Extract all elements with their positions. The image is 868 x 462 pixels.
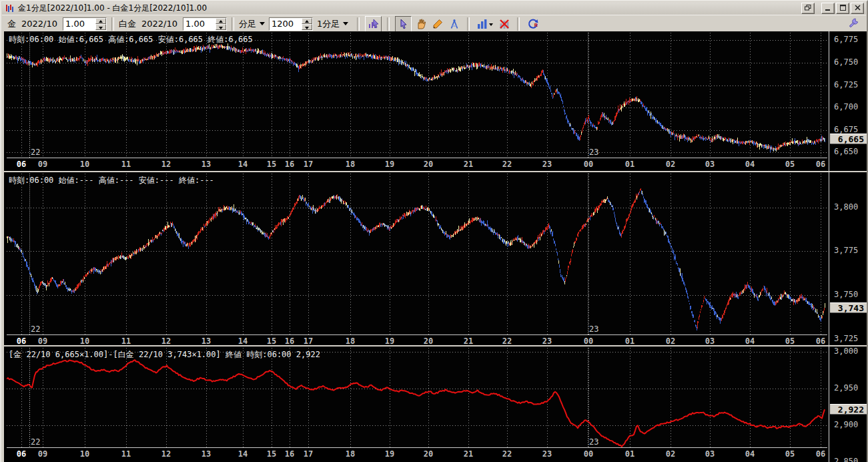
price-tick-label: 2,900	[829, 420, 868, 431]
svg-text:R: R	[534, 23, 538, 28]
time-tick-label: 20	[420, 449, 437, 459]
reload-icon: R	[527, 18, 539, 30]
price-tick-label: 3,775	[829, 246, 868, 256]
chart-type-icon	[476, 18, 494, 30]
bar-count-input[interactable]	[270, 18, 302, 30]
time-tick-label: 10	[76, 449, 93, 459]
platinum-ratio-input[interactable]	[183, 18, 215, 30]
time-tick-label: 11	[117, 336, 135, 345]
time-tick-label: 06	[812, 160, 829, 169]
time-tick-label: 12	[157, 449, 175, 459]
toolbar: 金 2022/10 白金 2022/10 分足 1分足	[2, 15, 866, 32]
platinum-ratio-up-button[interactable]	[215, 18, 226, 24]
date-label: 22	[31, 148, 40, 157]
platinum-ratio-down-button[interactable]	[215, 24, 226, 30]
close-button[interactable]	[851, 3, 864, 14]
chart-client-area: 時刻:06:00 始値:6,665 高値:6,665 安値:6,665 終値:6…	[3, 31, 868, 462]
spread-plot-area[interactable]: [金 22/10 6,665×1.00]-[白金 22/10 3,743×1.0…	[7, 348, 827, 448]
date-label: 22	[31, 324, 40, 334]
time-tick-label: 03	[701, 160, 719, 169]
time-tick-label: 15	[263, 336, 280, 345]
platinum-time-axis: 0609101112131415161718192021222300010203…	[7, 335, 829, 345]
time-tick-label: 23	[538, 336, 556, 345]
gold-ratio-up-button[interactable]	[95, 18, 106, 24]
pan-hand-button[interactable]	[413, 17, 428, 31]
gold-plot-area[interactable]: 時刻:06:00 始値:6,665 高値:6,665 安値:6,665 終値:6…	[7, 33, 827, 158]
restore-icon	[805, 5, 811, 11]
spread-chart-panel: [金 22/10 6,665×1.00]-[白金 22/10 3,743×1.0…	[4, 346, 868, 462]
time-tick-label: 10	[76, 336, 93, 345]
bar-count-down-button[interactable]	[302, 24, 312, 30]
price-tick-label: 2,950	[829, 383, 868, 394]
time-tick-label: 13	[197, 160, 215, 169]
minute-type-dropdown[interactable]: 分足	[239, 18, 265, 30]
title-bar[interactable]: 金1分足[2022/10]1.00 - 白金1分足[2022/10]1.00	[2, 2, 866, 15]
time-tick-label: 01	[621, 336, 638, 345]
period-label: 1分足	[317, 18, 340, 30]
time-tick-label: 00	[580, 449, 597, 459]
time-tick-label: 12	[157, 160, 175, 169]
period-dropdown[interactable]: 1分足	[317, 18, 348, 30]
platinum-plot-area[interactable]: 時刻:06:00 始値:--- 高値:--- 安値:--- 終値:--- 222…	[7, 174, 827, 335]
toolbar-separator	[517, 17, 520, 31]
bar-count-up-button[interactable]	[302, 18, 312, 24]
settings-wrench-button[interactable]	[847, 17, 861, 31]
time-tick-label: 09	[34, 160, 51, 169]
time-tick-label: 18	[342, 449, 359, 459]
time-tick-label: 01	[621, 449, 638, 459]
platinum-contract-month: 2022/10	[141, 19, 177, 29]
time-tick-label: 02	[662, 336, 679, 345]
platinum-label: 白金	[119, 18, 136, 30]
time-tick-label: 20	[420, 160, 437, 169]
date-label: 23	[589, 324, 598, 334]
time-tick-label: 11	[117, 449, 135, 459]
platinum-chart-panel: 時刻:06:00 始値:--- 高値:--- 安値:--- 終値:--- 222…	[4, 172, 868, 345]
time-tick-label: 22	[498, 449, 516, 459]
time-tick-label: 16	[281, 336, 298, 345]
time-tick-label: 18	[342, 160, 359, 169]
select-arrow-button[interactable]	[395, 16, 412, 32]
chevron-down-icon	[343, 22, 348, 25]
chart-cursor-button[interactable]	[365, 16, 382, 32]
select-arrow-icon	[398, 18, 410, 30]
price-tick-label: 6,775	[829, 35, 868, 45]
price-tick-label: 3,000	[829, 346, 868, 357]
bar-count-spinner	[269, 17, 313, 31]
price-tick-label: 3,800	[829, 202, 868, 213]
minimize-button[interactable]	[821, 3, 835, 14]
gold-ratio-down-button[interactable]	[95, 24, 106, 30]
delete-drawings-button[interactable]	[496, 17, 512, 31]
gold-ohlc-info: 時刻:06:00 始値:6,665 高値:6,665 安値:6,665 終値:6…	[9, 34, 253, 45]
price-tick-label: 6,750	[829, 57, 868, 68]
gold-ratio-input[interactable]	[63, 18, 95, 30]
draw-pencil-button[interactable]	[430, 17, 445, 31]
time-tick-label: 17	[300, 336, 317, 345]
last-price-badge: 6,665	[830, 134, 867, 144]
reload-button[interactable]: R	[525, 17, 540, 31]
time-tick-label: 06	[812, 336, 829, 345]
gold-chart-panel: 時刻:06:00 始値:6,665 高値:6,665 安値:6,665 終値:6…	[4, 31, 868, 171]
last-price-badge: 2,922	[830, 404, 867, 415]
time-tick-label: 17	[300, 449, 317, 459]
time-tick-label: 17	[300, 160, 317, 169]
platinum-ratio-spinner	[183, 17, 227, 31]
gold-contract-month: 2022/10	[21, 19, 57, 29]
price-tick-label: 6,725	[829, 80, 868, 91]
time-tick-label: 15	[263, 449, 280, 459]
time-tick-label: 14	[234, 336, 252, 345]
restore-layout-button[interactable]	[801, 3, 815, 14]
date-label: 23	[589, 437, 598, 447]
price-tick-label: 3,725	[829, 334, 868, 344]
time-tick-label: 14	[234, 160, 252, 169]
gold-price-axis: 6,7756,7506,7256,7006,6756,6506,665	[829, 31, 868, 171]
chart-type-button[interactable]	[475, 17, 495, 31]
time-tick-label: 02	[662, 449, 679, 459]
maximize-button[interactable]	[836, 3, 849, 14]
compass-measure-button[interactable]	[446, 17, 462, 31]
time-tick-label: 02	[662, 160, 679, 169]
spread-price-axis: 3,0002,9502,9002,8502,922	[829, 346, 868, 462]
time-tick-label: 05	[781, 160, 799, 169]
time-tick-label: 19	[381, 449, 398, 459]
time-tick-label: 21	[460, 160, 477, 169]
time-tick-label: 13	[197, 449, 215, 459]
